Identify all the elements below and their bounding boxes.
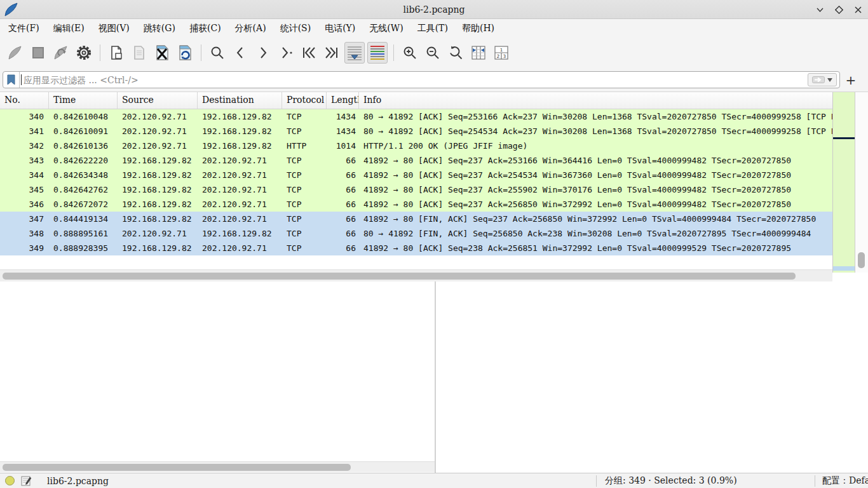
cell-source: 202.120.92.71 [118,112,198,121]
close-button[interactable] [853,4,863,15]
column-header-length[interactable]: Length [327,92,359,109]
zoom-reset-icon [448,45,463,60]
cell-destination: 202.120.92.71 [198,214,282,224]
go-last-packet-button[interactable] [322,42,342,64]
cell-destination: 192.168.129.82 [198,141,282,151]
cell-length: 66 [327,185,359,194]
menu-view[interactable]: 视图(V) [92,20,137,37]
zoom-reset-button[interactable] [445,42,466,64]
cell-no: 343 [0,156,49,165]
packet-list-hscrollbar[interactable] [0,269,832,281]
cell-time: 0.842642762 [49,185,118,194]
details-hscrollbar[interactable] [0,461,435,472]
display-filter-field[interactable] [3,71,840,88]
add-filter-button[interactable]: + [843,71,859,88]
go-to-packet-button[interactable] [276,42,296,64]
menu-file[interactable]: 文件(F) [1,20,46,37]
maximize-button[interactable] [834,4,844,15]
go-first-packet-button[interactable] [299,42,319,64]
packet-row[interactable]: 344 0.842634348 192.168.129.82 202.120.9… [0,168,832,182]
menu-statistics[interactable]: 统计(S) [273,20,318,37]
title-bar: lib6-2.pcapng [0,0,868,19]
cell-destination: 192.168.129.82 [198,126,282,136]
cell-source: 192.168.129.82 [118,185,198,194]
zoom-out-button[interactable] [423,42,443,64]
menu-telephony[interactable]: 电话(Y) [318,20,362,37]
packet-row[interactable]: 345 0.842642762 192.168.129.82 202.120.9… [0,182,832,197]
packet-row[interactable]: 349 0.888928395 192.168.129.82 202.120.9… [0,241,832,255]
menu-wireless[interactable]: 无线(W) [362,20,410,37]
intelligent-scrollbar-minimap[interactable] [832,92,855,273]
auto-scroll-toggle[interactable] [344,42,365,64]
packet-row[interactable]: 346 0.842672072 192.168.129.82 202.120.9… [0,197,832,212]
minimize-button[interactable] [815,4,825,15]
packet-list-hscrollbar-thumb[interactable] [3,273,796,280]
column-header-info[interactable]: Info [359,92,832,109]
apply-arrow-icon [812,76,825,83]
packet-row[interactable]: 347 0.844419134 192.168.129.82 202.120.9… [0,212,832,226]
open-file-button[interactable] [106,42,126,64]
packet-row[interactable]: 340 0.842610048 202.120.92.71 192.168.12… [0,109,832,124]
status-separator [815,475,815,487]
status-profile[interactable]: 配置：Default [822,475,868,487]
stop-capture-button[interactable] [28,42,48,64]
layout-button[interactable]: 1 2 3 [491,42,512,64]
cell-source: 202.120.92.71 [118,126,198,136]
capture-comment-icon[interactable] [21,475,32,486]
colorize-toggle[interactable] [367,42,388,64]
vertical-scrollbar-thumb[interactable] [858,252,865,268]
zoom-in-button[interactable] [400,42,420,64]
cell-destination: 202.120.92.71 [198,156,282,165]
cell-length: 66 [327,229,359,238]
cell-info: 41892 → 80 [ACK] Seq=237 Ack=254534 Win=… [359,170,832,180]
menu-edit[interactable]: 编辑(E) [46,20,92,37]
packet-details-pane[interactable] [0,281,435,473]
packet-row[interactable]: 343 0.842622220 192.168.129.82 202.120.9… [0,153,832,168]
menu-analyze[interactable]: 分析(A) [228,20,273,37]
cell-protocol: TCP [282,126,327,136]
column-header-destination[interactable]: Destination [198,92,282,109]
save-file-button[interactable] [129,42,149,64]
details-hscrollbar-thumb[interactable] [3,464,351,471]
vertical-scrollbar[interactable] [855,92,868,273]
cell-no: 347 [0,214,49,224]
cell-info: 80 → 41892 [ACK] Seq=253166 Ack=237 Win=… [359,112,832,121]
restart-capture-button[interactable] [51,42,71,64]
packet-bytes-pane[interactable] [436,281,868,473]
minimap-selected-mark [833,266,855,271]
cell-info: 41892 → 80 [ACK] Seq=237 Ack=253166 Win=… [359,156,832,165]
cell-protocol: TCP [282,243,327,253]
cell-no: 348 [0,229,49,238]
resize-columns-button[interactable] [468,42,489,64]
cell-protocol: TCP [282,170,327,180]
packet-row[interactable]: 348 0.888895161 202.120.92.71 192.168.12… [0,226,832,241]
apply-filter-button[interactable] [808,73,837,86]
expert-info-icon[interactable] [5,476,15,485]
reload-file-button[interactable] [175,42,195,64]
menu-capture[interactable]: 捕获(C) [182,20,228,37]
capture-options-button[interactable] [74,42,94,64]
menu-go[interactable]: 跳转(G) [137,20,182,37]
menu-tools[interactable]: 工具(T) [410,20,455,37]
chevron-right-dot-icon [279,46,293,59]
column-header-no[interactable]: No. [0,92,49,109]
cell-length: 66 [327,243,359,253]
column-header-source[interactable]: Source [118,92,198,109]
menu-help[interactable]: 帮助(H) [455,20,501,37]
column-header-time[interactable]: Time [49,92,118,109]
close-file-button[interactable] [152,42,172,64]
column-header-protocol[interactable]: Protocol [282,92,327,109]
cell-time: 0.888928395 [49,243,118,253]
display-filter-input[interactable] [22,72,808,88]
filter-bookmark-button[interactable] [3,72,20,88]
cell-destination: 192.168.129.82 [198,112,282,121]
start-capture-button[interactable] [5,42,25,64]
cell-info: 41892 → 80 [FIN, ACK] Seq=237 Ack=256850… [359,214,832,224]
go-back-button[interactable] [230,42,250,64]
packet-row[interactable]: 341 0.842610091 202.120.92.71 192.168.12… [0,124,832,139]
auto-scroll-icon [346,44,363,61]
packet-row[interactable]: 342 0.842610136 202.120.92.71 192.168.12… [0,139,832,153]
go-forward-button[interactable] [253,42,273,64]
find-packet-button[interactable] [207,42,227,64]
cell-protocol: TCP [282,200,327,209]
